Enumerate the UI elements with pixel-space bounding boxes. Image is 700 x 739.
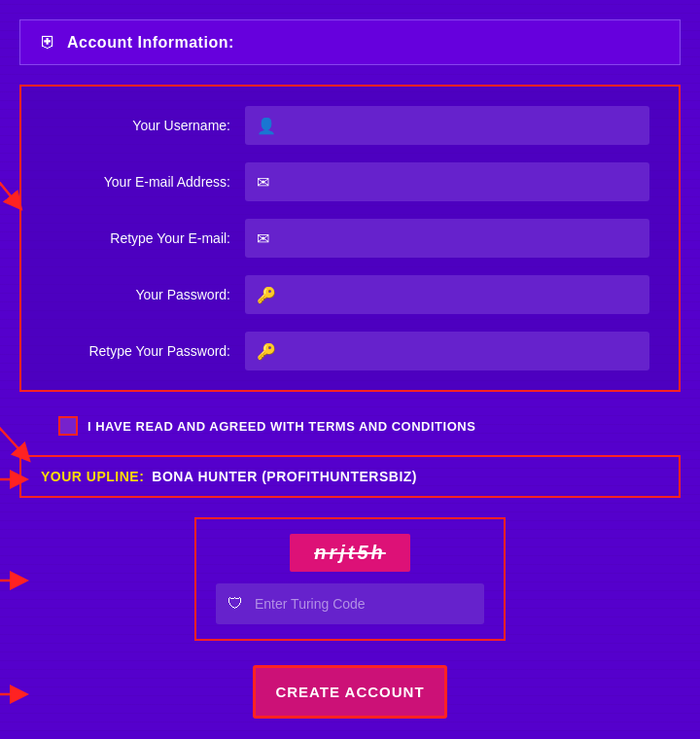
retype-email-label: Retype Your E-mail: [51,230,245,246]
retype-email-input[interactable] [284,230,638,246]
password-input-wrapper: 🔑 [245,275,649,314]
arrow-annotation-1 [0,145,26,223]
upline-label: YOUR UPLINE: [41,469,144,484]
retype-password-input-wrapper: 🔑 [245,332,649,370]
captcha-code: nrjt5h [290,534,410,572]
registration-form-section: Your Username: 👤 Your E-mail Address: ✉ … [19,85,681,392]
email-input-wrapper: ✉ [245,162,649,201]
terms-checkbox-wrapper[interactable] [58,416,78,436]
header-title: Account Information: [67,34,234,52]
retype-password-row: Retype Your Password: 🔑 [51,332,649,370]
retype-email-row: Retype Your E-mail: ✉ [51,219,649,258]
user-field-icon: 👤 [257,117,276,135]
shield-icon: 🛡 [228,595,247,613]
email-input[interactable] [284,174,638,190]
retype-password-field-icon: 🔑 [257,342,276,361]
captcha-input-wrapper: 🛡 [216,583,484,624]
captcha-input[interactable] [255,596,472,612]
account-info-header: ⛨ Account Information: [19,19,681,65]
svg-line-1 [0,402,24,455]
retype-email-input-wrapper: ✉ [245,219,649,258]
username-input-wrapper: 👤 [245,106,649,145]
retype-password-input[interactable] [284,343,638,359]
username-row: Your Username: 👤 [51,106,649,145]
upline-section: YOUR UPLINE: BONA HUNTER (PROFITHUNTERSB… [19,455,681,498]
email-label: Your E-mail Address: [51,174,245,190]
user-icon: ⛨ [40,32,57,53]
terms-label: I HAVE READ AND AGREED WITH TERMS AND CO… [88,419,475,434]
terms-checkbox-row: I HAVE READ AND AGREED WITH TERMS AND CO… [39,416,681,436]
username-input[interactable] [284,118,638,133]
arrow-annotation-4 [0,556,29,605]
email-row: Your E-mail Address: ✉ [51,162,649,201]
arrow-annotation-3 [0,460,29,499]
password-field-icon: 🔑 [257,286,276,304]
password-input[interactable] [284,287,638,302]
password-row: Your Password: 🔑 [51,275,649,314]
username-label: Your Username: [51,118,245,133]
password-label: Your Password: [51,287,245,302]
svg-line-0 [0,150,17,203]
retype-password-label: Retype Your Password: [51,343,245,359]
arrow-annotation-5 [0,675,29,714]
create-account-button[interactable]: CREATE ACCOUNT [253,665,447,719]
email-field-icon: ✉ [257,173,276,192]
retype-email-field-icon: ✉ [257,229,276,248]
captcha-section: nrjt5h 🛡 [194,517,506,641]
upline-value: BONA HUNTER (PROFITHUNTERSBIZ) [152,469,417,484]
